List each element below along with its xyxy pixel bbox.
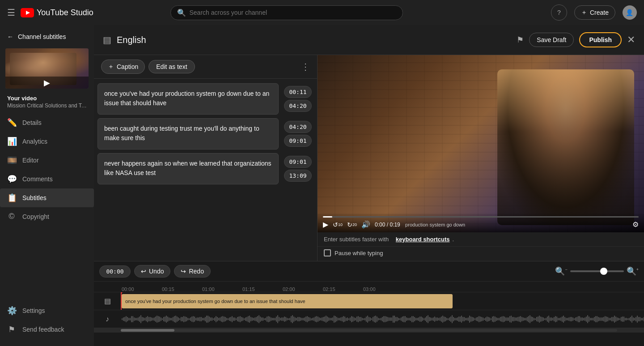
main-layout: ← Channel subtitles ▶ Your video Mission… bbox=[0, 25, 644, 346]
sidebar-item-analytics[interactable]: 📊 Analytics bbox=[0, 132, 94, 151]
waveform-bar bbox=[230, 317, 231, 321]
subtitle-text-1[interactable]: once you've had your production system g… bbox=[97, 83, 279, 115]
waveform-bar bbox=[373, 317, 373, 322]
pause-while-typing-row: Pause while typing bbox=[318, 247, 644, 261]
more-options-button[interactable]: ⋮ bbox=[301, 61, 310, 72]
subtitle-list: once you've had your production system g… bbox=[94, 79, 317, 261]
timeline-time-input[interactable] bbox=[99, 265, 131, 278]
waveform-bar bbox=[369, 317, 369, 322]
waveform-bar bbox=[238, 316, 239, 322]
sidebar-item-settings[interactable]: ⚙️ Settings bbox=[0, 301, 94, 320]
waveform-bar bbox=[328, 317, 329, 321]
subtitle-text-2[interactable]: been caught during testing trust me you'… bbox=[97, 118, 279, 150]
subtitle-text-3[interactable]: never happens again so when we learned t… bbox=[97, 153, 279, 184]
progress-bar[interactable] bbox=[323, 216, 639, 218]
waveform-bar bbox=[496, 317, 497, 321]
time-badge-end-1[interactable]: 04:20 bbox=[284, 100, 311, 112]
waveform-bar bbox=[491, 318, 491, 320]
waveform-bar bbox=[381, 318, 381, 320]
waveform-bar bbox=[485, 317, 486, 321]
save-draft-button[interactable]: Save Draft bbox=[529, 33, 574, 47]
waveform-bar bbox=[354, 317, 355, 321]
hint-period: . bbox=[453, 236, 454, 243]
zoom-out-button[interactable]: 🔍− bbox=[555, 266, 567, 276]
flag-icon[interactable]: ⚑ bbox=[517, 35, 524, 45]
redo-button[interactable]: ↪ Redo bbox=[174, 265, 210, 278]
sidebar-item-details[interactable]: ✏️ Details bbox=[0, 113, 94, 132]
settings-icon: ⚙️ bbox=[7, 306, 16, 316]
waveform-bar bbox=[629, 318, 630, 320]
waveform-bar bbox=[335, 316, 336, 322]
waveform-bar bbox=[572, 317, 573, 321]
waveform-bar bbox=[469, 316, 470, 322]
publish-button[interactable]: Publish bbox=[579, 32, 622, 47]
time-badge-start-1[interactable]: 00:11 bbox=[284, 86, 311, 98]
subtitle-text-content-3: never happens again so when we learned t… bbox=[104, 160, 271, 176]
waveform-bar bbox=[182, 317, 183, 321]
subtitle-clip[interactable]: once you've had your production system g… bbox=[122, 294, 453, 308]
undo-button[interactable]: ↩ Undo bbox=[134, 265, 170, 278]
horizontal-scrollbar-track[interactable] bbox=[121, 329, 617, 332]
waveform-bar bbox=[394, 316, 395, 323]
waveform-bar bbox=[236, 318, 237, 320]
video-settings-button[interactable]: ⚙ bbox=[632, 220, 639, 229]
waveform-bar bbox=[440, 317, 441, 321]
waveform-bar bbox=[271, 317, 271, 321]
youtube-logo-icon bbox=[21, 8, 34, 17]
time-badge-end-3[interactable]: 13:09 bbox=[284, 170, 311, 182]
waveform-bar bbox=[582, 317, 583, 321]
rewind-button[interactable]: ↺10 bbox=[333, 221, 343, 228]
waveform-bar bbox=[385, 316, 386, 322]
time-badge-start-2[interactable]: 04:20 bbox=[284, 121, 311, 133]
sidebar-item-copyright[interactable]: © Copyright bbox=[0, 207, 94, 226]
back-to-channel-subtitles[interactable]: ← Channel subtitles bbox=[0, 29, 94, 45]
waveform-bar bbox=[453, 317, 454, 322]
waveform-bar bbox=[470, 316, 471, 322]
waveform-bar bbox=[567, 318, 568, 320]
waveform-bar bbox=[303, 318, 304, 321]
volume-button[interactable]: 🔊 bbox=[361, 220, 370, 229]
play-button[interactable]: ▶ bbox=[323, 220, 328, 229]
waveform-bar bbox=[521, 317, 522, 322]
waveform-bar bbox=[221, 316, 222, 322]
waveform-bar bbox=[512, 317, 513, 321]
waveform-bar bbox=[382, 317, 383, 321]
waveform-bar bbox=[315, 316, 316, 322]
subtitles-icon: 📋 bbox=[7, 193, 16, 203]
waveform-bar bbox=[300, 317, 301, 321]
sidebar-item-comments[interactable]: 💬 Comments bbox=[0, 170, 94, 188]
waveform-bar bbox=[355, 318, 356, 320]
waveform-bar bbox=[508, 317, 509, 321]
sidebar-item-subtitles[interactable]: 📋 Subtitles bbox=[0, 188, 94, 207]
zoom-in-button[interactable]: 🔍+ bbox=[627, 266, 639, 276]
waveform-bar bbox=[638, 317, 639, 321]
caption-button[interactable]: ＋ Caption bbox=[101, 60, 145, 74]
time-badge-end-2[interactable]: 09:01 bbox=[284, 135, 311, 147]
waveform-bar bbox=[609, 318, 610, 320]
close-modal-button[interactable]: ✕ bbox=[627, 35, 635, 45]
search-input[interactable] bbox=[190, 9, 396, 16]
waveform-bar bbox=[610, 318, 611, 320]
search-bar[interactable]: 🔍 bbox=[170, 5, 403, 20]
horizontal-scrollbar-thumb[interactable] bbox=[121, 329, 174, 332]
sidebar-item-editor[interactable]: 🎞️ Editor bbox=[0, 151, 94, 170]
pause-while-typing-checkbox[interactable] bbox=[324, 249, 331, 256]
search-icon: 🔍 bbox=[177, 9, 186, 17]
zoom-slider[interactable] bbox=[570, 270, 624, 272]
waveform-bar bbox=[532, 317, 533, 322]
help-button[interactable]: ? bbox=[551, 4, 567, 21]
subtitle-track-content[interactable]: once you've had your production system g… bbox=[121, 292, 644, 310]
keyboard-shortcuts-link[interactable]: keyboard shortcuts bbox=[396, 236, 450, 243]
create-button[interactable]: ＋ Create bbox=[574, 5, 615, 20]
menu-icon[interactable]: ☰ bbox=[7, 7, 15, 18]
waveform-bar bbox=[252, 317, 253, 321]
avatar[interactable]: 👤 bbox=[623, 5, 637, 20]
forward-button[interactable]: ↻20 bbox=[347, 221, 357, 228]
waveform-bar bbox=[641, 318, 642, 320]
edit-as-text-button[interactable]: Edit as text bbox=[148, 60, 195, 73]
waveform-bar bbox=[246, 317, 247, 322]
sidebar-item-send-feedback[interactable]: ⚑ Send feedback bbox=[0, 320, 94, 339]
waveform-bar bbox=[240, 316, 241, 323]
audio-track-content[interactable] bbox=[121, 310, 644, 328]
time-badge-start-3[interactable]: 09:01 bbox=[284, 156, 311, 168]
